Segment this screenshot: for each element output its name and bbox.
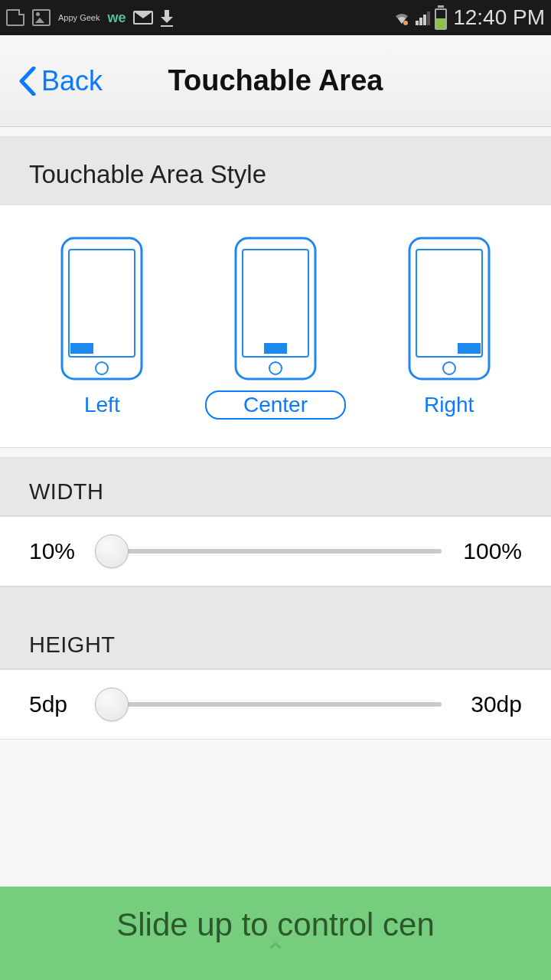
svg-rect-4: [70, 343, 93, 354]
height-max-label: 30dp: [457, 691, 522, 717]
we-icon: we: [107, 10, 126, 26]
header: Back Touchable Area: [0, 35, 551, 127]
width-slider-thumb[interactable]: [95, 534, 129, 568]
style-picker: Left Center Right: [0, 205, 551, 448]
sim-icon: [6, 9, 24, 26]
wifi-icon: [393, 10, 411, 25]
style-label-left: Left: [46, 390, 158, 420]
width-slider-section: 10% 100%: [0, 516, 551, 586]
width-min-label: 10%: [29, 538, 86, 564]
svg-rect-5: [236, 238, 315, 379]
svg-rect-9: [409, 238, 489, 379]
style-option-right[interactable]: Right: [373, 236, 526, 420]
appy-geek-icon: Appy Geek: [58, 14, 99, 22]
svg-point-11: [443, 362, 455, 374]
style-label-center: Center: [205, 390, 346, 420]
style-option-left[interactable]: Left: [25, 236, 178, 420]
svg-point-7: [269, 362, 282, 374]
gallery-icon: [32, 9, 51, 26]
width-slider[interactable]: [102, 549, 442, 554]
height-heading: HEIGHT: [0, 611, 551, 669]
phone-right-icon: [407, 236, 491, 381]
svg-point-0: [403, 21, 408, 25]
download-icon: [161, 10, 173, 25]
status-bar: Appy Geek we 12:40 PM: [0, 0, 551, 35]
back-label: Back: [41, 65, 103, 97]
back-button[interactable]: Back: [18, 65, 103, 97]
clock: 12:40 PM: [453, 5, 545, 30]
width-heading: WIDTH: [0, 457, 551, 516]
svg-rect-12: [458, 343, 481, 354]
svg-rect-2: [69, 250, 135, 357]
chevron-up-icon: ⌃: [264, 946, 287, 960]
svg-rect-6: [243, 250, 308, 357]
height-slider-section: 5dp 30dp: [0, 669, 551, 740]
height-slider-thumb[interactable]: [95, 688, 129, 721]
svg-point-3: [96, 362, 108, 374]
svg-rect-1: [62, 238, 142, 379]
signal-icon: [416, 10, 430, 25]
svg-rect-10: [416, 250, 482, 357]
height-slider[interactable]: [102, 702, 442, 707]
battery-icon: [435, 5, 447, 30]
width-max-label: 100%: [457, 538, 522, 564]
phone-center-icon: [233, 236, 318, 381]
height-min-label: 5dp: [29, 691, 86, 717]
style-label-right: Right: [386, 390, 512, 420]
style-heading: Touchable Area Style: [0, 136, 551, 205]
style-option-center[interactable]: Center: [199, 236, 352, 420]
phone-left-icon: [60, 236, 144, 381]
svg-rect-8: [264, 343, 287, 354]
mail-icon: [133, 11, 153, 24]
slide-up-hint[interactable]: Slide up to control cen ⌃: [0, 887, 551, 980]
